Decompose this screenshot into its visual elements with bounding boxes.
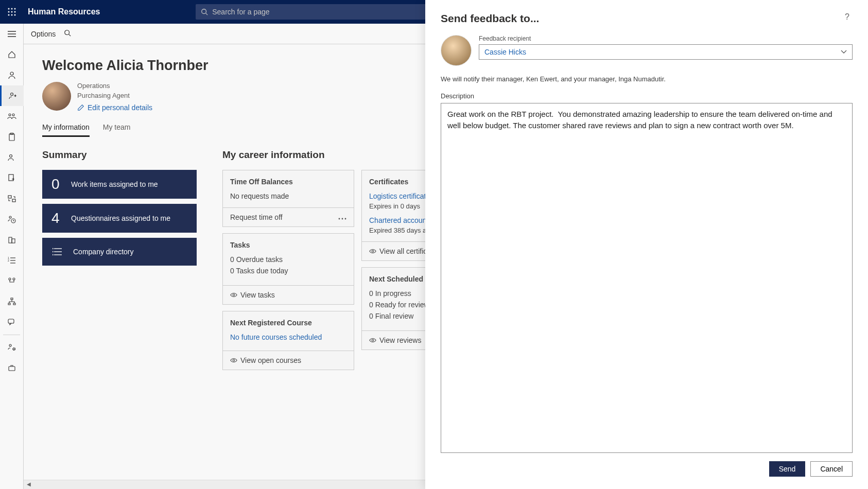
tile-work-items[interactable]: 0 Work items assigned to me (42, 170, 197, 199)
card-course: Next Registered Course No future courses… (222, 311, 354, 370)
chevron-down-icon (841, 50, 847, 54)
svg-rect-36 (8, 303, 10, 305)
request-time-off-link[interactable]: Request time off (230, 213, 283, 221)
svg-rect-41 (9, 366, 15, 371)
sidebar-item-hierarchy[interactable] (0, 291, 24, 312)
svg-point-49 (53, 255, 53, 255)
svg-rect-38 (8, 319, 14, 323)
sidebar-item-chat[interactable] (0, 312, 24, 333)
app-launcher-icon[interactable] (0, 0, 24, 24)
notify-text: We will notify their manager, Ken Ewert,… (441, 75, 853, 83)
profile-meta: Operations Purchasing Agent Edit persona… (77, 82, 152, 113)
tile-company-directory-label: Company directory (73, 247, 134, 256)
sidebar: 12 (0, 24, 24, 489)
svg-point-0 (8, 8, 10, 10)
person-small-icon (8, 153, 16, 162)
svg-rect-23 (12, 199, 15, 202)
card-tasks-title: Tasks (223, 234, 354, 255)
numbered-list-icon: 12 (8, 257, 16, 264)
svg-point-16 (9, 114, 11, 116)
svg-rect-22 (8, 196, 11, 198)
options-button[interactable]: Options (31, 30, 56, 38)
tab-my-team[interactable]: My team (103, 123, 131, 137)
tasks-overdue: 0 Overdue tasks (230, 255, 346, 264)
view-courses-link[interactable]: View open courses (230, 356, 301, 364)
person-arrow-icon (9, 92, 17, 100)
eye-icon (230, 292, 237, 298)
svg-point-3 (8, 11, 10, 13)
svg-point-53 (233, 294, 235, 296)
sidebar-item-briefcase[interactable] (0, 358, 24, 378)
svg-point-54 (233, 359, 235, 361)
options-search-icon[interactable] (64, 29, 71, 38)
sidebar-item-doc-arrow[interactable] (0, 168, 24, 188)
svg-point-17 (12, 114, 14, 116)
sidebar-item-clipboard[interactable] (0, 127, 24, 147)
edit-personal-details-link[interactable]: Edit personal details (77, 103, 152, 112)
hamburger-icon (8, 31, 16, 37)
tab-my-information[interactable]: My information (42, 123, 90, 137)
svg-point-34 (13, 278, 15, 280)
sidebar-item-switch[interactable] (0, 188, 24, 209)
sidebar-item-self-service[interactable] (0, 85, 24, 106)
sidebar-hamburger[interactable] (0, 24, 24, 44)
view-tasks-link[interactable]: View tasks (230, 291, 275, 299)
sidebar-item-person-gear[interactable] (0, 337, 24, 358)
recipient-avatar (441, 35, 472, 66)
svg-line-10 (206, 13, 208, 15)
sidebar-item-building[interactable] (0, 230, 24, 250)
svg-point-6 (8, 14, 10, 16)
org-people-icon (8, 277, 16, 285)
briefcase-icon (8, 364, 16, 372)
send-button[interactable]: Send (769, 461, 806, 477)
sidebar-item-home[interactable] (0, 44, 24, 65)
svg-point-1 (11, 8, 13, 10)
user-role: Purchasing Agent (77, 92, 152, 99)
view-reviews-link[interactable]: View reviews (369, 336, 421, 344)
team-icon (7, 112, 16, 120)
person-icon (8, 71, 16, 79)
svg-point-56 (372, 339, 374, 341)
tile-work-items-count: 0 (51, 176, 62, 193)
list-icon (51, 248, 64, 256)
cancel-button[interactable]: Cancel (810, 461, 853, 477)
building-icon (8, 236, 16, 244)
svg-point-50 (339, 218, 340, 220)
ellipsis-icon (338, 218, 346, 220)
edit-link-label: Edit personal details (88, 103, 152, 112)
sidebar-item-org[interactable] (0, 271, 24, 291)
tile-questionnaires[interactable]: 4 Questionnaires assigned to me (42, 204, 197, 233)
svg-point-2 (14, 8, 16, 10)
search-icon (201, 8, 208, 15)
tile-company-directory[interactable]: Company directory (42, 238, 197, 266)
recipient-fields: Feedback recipient Cassie Hicks (479, 35, 853, 60)
course-link[interactable]: No future courses scheduled (230, 333, 346, 341)
search-icon (64, 29, 71, 37)
recipient-dropdown[interactable]: Cassie Hicks (479, 44, 853, 60)
sidebar-item-person-clock[interactable] (0, 209, 24, 230)
summary-column: Summary 0 Work items assigned to me 4 Qu… (42, 149, 197, 271)
card-time-off-title: Time Off Balances (223, 170, 354, 192)
svg-point-7 (11, 14, 13, 16)
user-department: Operations (77, 82, 152, 90)
eye-icon (369, 338, 376, 343)
panel-header-row: Send feedback to... ? (441, 12, 853, 25)
more-icon[interactable] (338, 213, 346, 221)
feedback-panel: Send feedback to... ? Feedback recipient… (425, 0, 868, 489)
sidebar-item-list[interactable]: 12 (0, 250, 24, 271)
recipient-row: Feedback recipient Cassie Hicks (441, 35, 853, 66)
sidebar-item-people[interactable] (0, 65, 24, 85)
horizontal-scrollbar[interactable]: ◀ (24, 480, 425, 489)
recipient-label: Feedback recipient (479, 35, 853, 42)
help-icon[interactable]: ? (842, 12, 853, 22)
tasks-today: 0 Tasks due today (230, 267, 346, 275)
chat-icon (8, 318, 16, 326)
request-time-off-label: Request time off (230, 213, 283, 221)
card-course-footer: View open courses (223, 351, 354, 370)
description-textarea[interactable] (441, 103, 853, 453)
sidebar-item-person2[interactable] (0, 147, 24, 168)
sidebar-divider (3, 335, 20, 335)
card-tasks-body: 0 Overdue tasks 0 Tasks due today (223, 255, 354, 285)
sidebar-item-team[interactable] (0, 106, 24, 127)
card-time-off-footer: Request time off (223, 207, 354, 226)
